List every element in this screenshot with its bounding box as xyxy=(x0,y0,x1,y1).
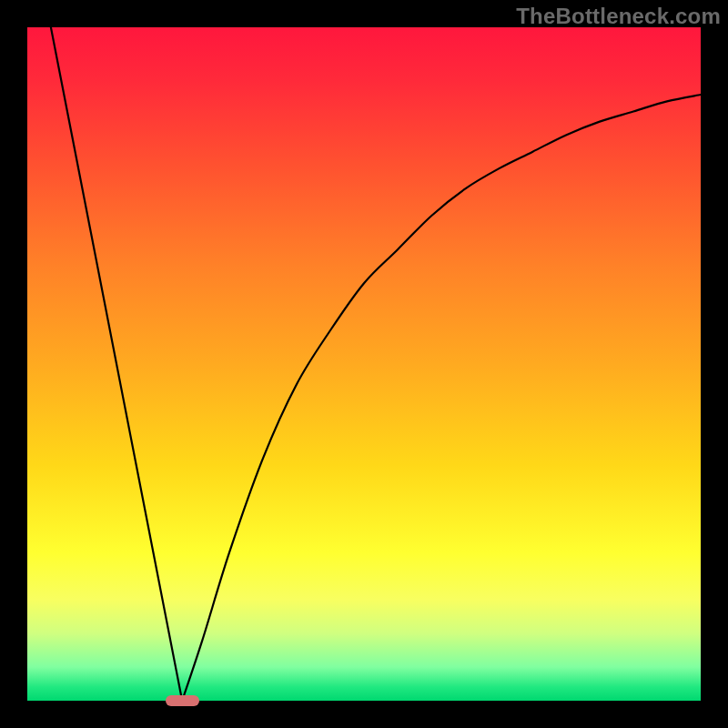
chart-frame: TheBottleneck.com xyxy=(0,0,728,728)
curve-svg xyxy=(27,27,701,701)
watermark-text: TheBottleneck.com xyxy=(516,4,721,29)
curve-right xyxy=(182,95,701,701)
plot-area xyxy=(27,27,701,701)
minimum-marker xyxy=(166,695,199,706)
curve-left-linear xyxy=(51,27,182,701)
